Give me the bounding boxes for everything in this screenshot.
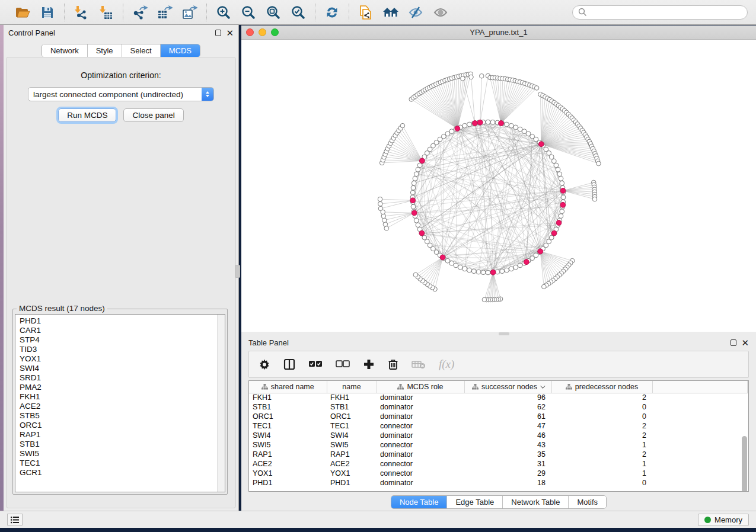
list-item[interactable]: STB1 bbox=[20, 440, 221, 449]
network-canvas[interactable] bbox=[241, 40, 756, 331]
mcds-result-title: MCDS result (17 nodes) bbox=[17, 304, 107, 313]
network-graph bbox=[241, 40, 756, 331]
network-window-titlebar[interactable]: YPA_prune.txt_1 bbox=[241, 25, 756, 40]
memory-label: Memory bbox=[714, 515, 742, 524]
dropdown-stepper-icon bbox=[202, 87, 213, 101]
table-row[interactable]: YOX1YOX1connector291 bbox=[249, 469, 747, 478]
search-icon bbox=[578, 8, 587, 17]
memory-button[interactable]: Memory bbox=[698, 514, 749, 526]
run-mcds-button[interactable]: Run MCDS bbox=[58, 108, 116, 122]
memory-status-icon bbox=[704, 517, 711, 523]
desktop-wallpaper-bottom bbox=[0, 528, 756, 532]
table-options-icon[interactable] bbox=[259, 358, 270, 370]
search-box[interactable] bbox=[572, 5, 748, 20]
table-panel-title: Table Panel bbox=[248, 338, 289, 347]
list-item[interactable]: ACE2 bbox=[20, 402, 221, 411]
maximize-window-icon[interactable] bbox=[271, 28, 279, 36]
export-network-icon[interactable] bbox=[132, 4, 148, 21]
close-window-icon[interactable] bbox=[246, 28, 254, 36]
tab-style[interactable]: Style bbox=[88, 44, 122, 57]
add-column-icon[interactable] bbox=[363, 358, 375, 370]
zoom-selected-icon[interactable] bbox=[290, 4, 307, 21]
list-item[interactable]: TEC1 bbox=[20, 459, 221, 468]
table-row[interactable]: ORC1ORC1dominator610 bbox=[249, 412, 747, 421]
float-panel-icon[interactable] bbox=[215, 30, 221, 36]
float-table-panel-icon[interactable] bbox=[731, 339, 736, 346]
table-toolbar: f(x) bbox=[248, 351, 749, 378]
list-item[interactable]: STB5 bbox=[20, 411, 221, 421]
zoom-out-icon[interactable] bbox=[240, 4, 257, 21]
minimize-window-icon[interactable] bbox=[259, 28, 266, 36]
export-image-icon[interactable] bbox=[181, 4, 198, 21]
table-body: FKH1FKH1dominator962STB1STB1dominator620… bbox=[249, 393, 747, 488]
list-item[interactable]: PMA2 bbox=[20, 383, 221, 392]
tab-edge-table[interactable]: Edge Table bbox=[447, 496, 503, 508]
mcds-list-scrollbar[interactable] bbox=[217, 315, 225, 492]
list-item[interactable]: YOX1 bbox=[20, 354, 221, 364]
import-table-icon[interactable] bbox=[98, 4, 114, 21]
mcds-result-list[interactable]: PHD1CAR1STP4TID3YOX1SWI4SRD1PMA2FKH1ACE2… bbox=[15, 314, 225, 492]
first-neighbors-icon[interactable] bbox=[382, 4, 399, 21]
list-item[interactable]: TID3 bbox=[20, 345, 221, 354]
delete-columns-icon[interactable] bbox=[388, 358, 398, 370]
hide-selected-icon[interactable] bbox=[407, 4, 424, 21]
show-column-icon[interactable] bbox=[283, 358, 295, 370]
select-all-rows-icon[interactable] bbox=[308, 360, 323, 368]
list-item[interactable]: FKH1 bbox=[20, 392, 221, 402]
delete-table-icon[interactable] bbox=[412, 360, 426, 369]
list-icon bbox=[11, 516, 20, 524]
import-network-icon[interactable] bbox=[73, 4, 90, 21]
vertical-splitter-grip[interactable] bbox=[235, 265, 240, 278]
list-item[interactable]: SWI4 bbox=[20, 364, 221, 373]
tab-node-table[interactable]: Node Table bbox=[391, 496, 448, 508]
apply-function-icon[interactable]: f(x) bbox=[439, 358, 454, 371]
table-row[interactable]: SWI4SWI4dominator462 bbox=[249, 431, 747, 440]
list-item[interactable]: ORC1 bbox=[20, 421, 221, 430]
list-item[interactable]: SWI5 bbox=[20, 449, 221, 459]
save-session-icon[interactable] bbox=[39, 4, 56, 21]
zoom-fit-icon[interactable] bbox=[265, 4, 282, 21]
export-table-icon[interactable] bbox=[157, 4, 173, 21]
duplicate-network-icon[interactable] bbox=[358, 4, 374, 21]
list-item[interactable]: CAR1 bbox=[20, 326, 221, 335]
zoom-in-icon[interactable] bbox=[215, 4, 232, 21]
search-input[interactable] bbox=[591, 8, 742, 17]
table-row[interactable]: FKH1FKH1dominator962 bbox=[249, 393, 747, 402]
list-item[interactable]: GCR1 bbox=[20, 468, 221, 477]
tab-network-table[interactable]: Network Table bbox=[503, 496, 569, 508]
tab-network[interactable]: Network bbox=[42, 44, 88, 57]
list-item[interactable]: STP4 bbox=[20, 335, 221, 345]
column-header-shared-name[interactable]: shared name bbox=[249, 381, 327, 393]
column-header-MCDS-role[interactable]: MCDS role bbox=[377, 381, 464, 393]
table-row[interactable]: SWI5SWI5connector431 bbox=[249, 440, 747, 450]
close-panel-button[interactable]: Close panel bbox=[123, 108, 183, 122]
table-row[interactable]: STB1STB1dominator620 bbox=[249, 402, 747, 412]
tab-mcds[interactable]: MCDS bbox=[161, 44, 200, 57]
close-panel-icon[interactable]: ✕ bbox=[226, 28, 234, 37]
column-header-name[interactable]: name bbox=[327, 381, 377, 393]
node-table[interactable]: shared namenameMCDS rolesuccessor nodesp… bbox=[248, 380, 749, 492]
open-session-icon[interactable] bbox=[14, 4, 31, 21]
list-item[interactable]: RAP1 bbox=[20, 430, 221, 440]
table-scrollbar[interactable] bbox=[740, 393, 748, 491]
table-row[interactable]: TEC1TEC1connector472 bbox=[249, 421, 747, 431]
criterion-dropdown[interactable]: largest connected component (undirected) bbox=[28, 87, 214, 101]
tab-motifs[interactable]: Motifs bbox=[569, 496, 606, 508]
list-item[interactable]: SRD1 bbox=[20, 373, 221, 383]
table-header-row: shared namenameMCDS rolesuccessor nodesp… bbox=[249, 381, 747, 393]
table-row[interactable]: RAP1RAP1dominator352 bbox=[249, 450, 747, 459]
close-table-panel-icon[interactable]: ✕ bbox=[741, 338, 749, 347]
list-item[interactable]: PHD1 bbox=[20, 316, 221, 326]
sort-chevron-icon bbox=[540, 383, 545, 388]
tab-select[interactable]: Select bbox=[122, 44, 161, 57]
table-row[interactable]: ACE2ACE2connector311 bbox=[249, 459, 747, 469]
refresh-network-icon[interactable] bbox=[324, 4, 340, 21]
optimization-criterion-label: Optimization criterion: bbox=[7, 70, 235, 80]
table-panel: Table Panel ✕ f(x) shar bbox=[241, 335, 756, 511]
task-history-button[interactable] bbox=[7, 514, 23, 525]
show-all-icon[interactable] bbox=[432, 4, 449, 21]
table-row[interactable]: PHD1PHD1dominator180 bbox=[249, 478, 747, 488]
column-header-successor-nodes[interactable]: successor nodes bbox=[464, 381, 551, 393]
column-header-predecessor-nodes[interactable]: predecessor nodes bbox=[551, 381, 652, 393]
deselect-all-rows-icon[interactable] bbox=[336, 360, 350, 368]
